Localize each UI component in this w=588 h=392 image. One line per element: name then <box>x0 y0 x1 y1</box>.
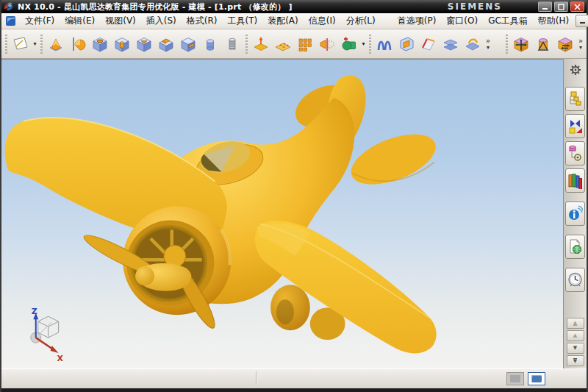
sketch-icon <box>12 35 29 53</box>
boolean-unite-button[interactable] <box>338 32 360 57</box>
toolbar-grip[interactable] <box>369 35 371 54</box>
menu-help[interactable]: 帮助(H) <box>533 13 574 29</box>
maximize-view-button[interactable] <box>528 372 545 385</box>
boolean-dropdown-caret[interactable]: ▾ <box>360 40 367 47</box>
replace-face-button[interactable] <box>554 32 576 57</box>
thread-button[interactable] <box>221 32 243 57</box>
menu-insert[interactable]: 插入(S) <box>141 13 182 29</box>
delete-face-button[interactable] <box>532 32 554 57</box>
child-minimize-button[interactable] <box>576 15 588 27</box>
menu-assemblies[interactable]: 装配(A) <box>262 13 304 29</box>
thread-icon <box>223 35 241 53</box>
scroll-down-button[interactable]: ▼ <box>567 343 584 354</box>
variational-sweep-button[interactable] <box>417 32 440 57</box>
mirror-feature-button[interactable] <box>316 32 338 57</box>
toolbar-grip[interactable] <box>245 35 248 54</box>
window-bottom-edge <box>1 388 587 392</box>
scroll-up-button[interactable]: ▲ <box>567 330 584 341</box>
maximize-icon <box>558 4 564 10</box>
through-curves-icon <box>376 35 393 53</box>
assembly-navigator-button[interactable] <box>565 87 585 111</box>
assembly-navigator-icon <box>567 90 583 107</box>
revolve-icon <box>69 35 87 53</box>
pattern-face-button[interactable] <box>272 32 294 57</box>
maximize-button[interactable] <box>554 1 568 12</box>
scroll-top-button[interactable]: ▲ <box>567 318 584 329</box>
triad-z-label: Z <box>32 307 37 316</box>
menu-edit[interactable]: 编辑(E) <box>60 13 100 29</box>
ruled-icon <box>442 35 459 53</box>
hole-button[interactable] <box>89 32 111 57</box>
overflow-caret: ▾ <box>487 44 490 51</box>
pad-button[interactable] <box>155 32 177 57</box>
through-curves-button[interactable] <box>373 32 395 57</box>
boss-button[interactable] <box>111 32 133 57</box>
menu-tools[interactable]: 工具(T) <box>222 13 262 29</box>
reuse-library-button[interactable] <box>565 168 585 193</box>
constraint-navigator-button[interactable] <box>565 114 585 138</box>
menu-view[interactable]: 视图(V) <box>100 13 141 29</box>
history-button[interactable] <box>565 235 585 259</box>
constraint-navigator-icon <box>567 118 583 135</box>
child-window-controls <box>574 15 588 27</box>
toolbar-grip[interactable] <box>506 35 508 54</box>
menu-window[interactable]: 窗口(O) <box>441 13 483 29</box>
resource-bar: ▲ ▲ ▼ ▼ <box>563 59 587 369</box>
roles-button[interactable] <box>567 62 584 78</box>
variational-sweep-icon <box>420 35 437 53</box>
pattern-feature-button[interactable] <box>294 32 316 57</box>
menu-gc-toolbox[interactable]: GC工具箱 <box>483 13 533 29</box>
scene-canvas: Z X <box>1 60 563 369</box>
extrude-button[interactable] <box>45 32 67 57</box>
replace-face-icon <box>556 35 574 53</box>
sew-icon <box>464 35 481 53</box>
menu-analysis[interactable]: 分析(L) <box>341 13 381 29</box>
sketch-button[interactable] <box>10 32 32 57</box>
spinner-nose <box>135 266 154 285</box>
sketch-dropdown-caret[interactable]: ▾ <box>32 40 38 47</box>
part-document-icon <box>5 15 16 26</box>
scroll-bottom-button[interactable]: ▼ <box>567 355 584 366</box>
ruled-button[interactable] <box>440 32 462 57</box>
draft-button[interactable] <box>250 32 272 57</box>
tile-windows-button[interactable] <box>506 372 524 385</box>
reuse-library-icon <box>567 172 583 189</box>
toolbar-overflow[interactable]: » ▾ <box>486 38 490 51</box>
model-airplane[interactable] <box>5 75 442 353</box>
menu-file[interactable]: 文件(F) <box>20 13 60 29</box>
revolve-button[interactable] <box>67 32 89 57</box>
graphics-window[interactable]: Z X <box>1 59 563 369</box>
view-triad: Z X <box>31 307 64 363</box>
pocket-button[interactable] <box>133 32 155 57</box>
status-separator <box>257 371 257 386</box>
internet-browser-button[interactable] <box>565 202 585 226</box>
move-face-button[interactable] <box>510 32 532 57</box>
close-icon <box>574 4 581 10</box>
part-navigator-button[interactable] <box>565 141 585 165</box>
cylinder-button[interactable] <box>199 32 221 57</box>
close-button[interactable] <box>570 1 584 12</box>
slot-icon <box>179 35 197 53</box>
gear-icon <box>570 64 581 76</box>
pattern-face-icon <box>274 35 292 53</box>
menu-preferences[interactable]: 首选项(P) <box>392 13 442 29</box>
menu-information[interactable]: 信息(I) <box>304 13 341 29</box>
resource-bar-scrollers: ▲ ▲ ▼ ▼ <box>567 318 584 366</box>
titlebar: NX 10.0 - 昆山凯思达教育集团专用优化版 - 建模 - [1.prt （… <box>1 0 587 13</box>
swept-button[interactable] <box>395 32 417 57</box>
main-area: Z X <box>1 59 587 369</box>
landing-gear-wheel <box>276 299 294 324</box>
toolbar-overflow[interactable]: » ▾ <box>578 38 583 51</box>
part-navigator-icon <box>567 145 583 162</box>
pattern-feature-icon <box>296 35 314 53</box>
extrude-icon <box>47 35 65 53</box>
nx-application-window: NX 10.0 - 昆山凯思达教育集团专用优化版 - 建模 - [1.prt （… <box>0 0 588 392</box>
toolbar-grip[interactable] <box>5 35 7 54</box>
menubar: 文件(F) 编辑(E) 视图(V) 插入(S) 格式(R) 工具(T) 装配(A… <box>1 13 587 29</box>
slot-button[interactable] <box>177 32 199 57</box>
menu-format[interactable]: 格式(R) <box>182 13 223 29</box>
system-clock-button[interactable] <box>565 268 585 292</box>
sew-button[interactable] <box>462 32 484 57</box>
minimize-button[interactable] <box>538 1 552 12</box>
toolbar-grip[interactable] <box>40 35 43 54</box>
